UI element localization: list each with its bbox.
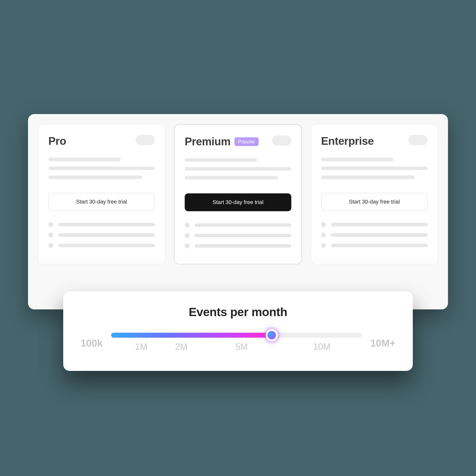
- plan-description-skeleton: [48, 158, 155, 179]
- pricing-panel: Pro Start 30-day free trial Premium Popu…: [28, 114, 448, 309]
- feature-list-skeleton: [48, 222, 155, 248]
- popular-badge: Popular: [235, 137, 259, 146]
- slider-tick: 5M: [235, 342, 248, 352]
- feature-list-skeleton: [185, 223, 291, 248]
- price-pill: [136, 135, 155, 145]
- plan-card-pro: Pro Start 30-day free trial: [38, 124, 165, 265]
- price-pill: [272, 135, 291, 146]
- slider-title: Events per month: [81, 305, 395, 319]
- events-slider-card: Events per month 100k 1M 2M 5M 10M 10M+: [63, 291, 413, 371]
- slider-track[interactable]: [111, 333, 362, 338]
- slider-min-label: 100k: [81, 338, 103, 349]
- slider-fill: [111, 333, 272, 338]
- start-trial-button[interactable]: Start 30-day free trial: [185, 193, 291, 211]
- slider-tick: 2M: [175, 342, 187, 352]
- plan-card-premium: Premium Popular Start 30-day free trial: [174, 124, 302, 265]
- slider-tick: 1M: [135, 342, 147, 352]
- slider-track-wrap: 1M 2M 5M 10M: [111, 333, 362, 354]
- slider-ticks: 1M 2M 5M 10M: [111, 342, 362, 354]
- plan-name: Pro: [48, 135, 66, 147]
- feature-list-skeleton: [321, 222, 428, 248]
- plan-description-skeleton: [185, 158, 291, 179]
- slider-thumb[interactable]: [266, 329, 278, 341]
- slider-max-label: 10M+: [370, 338, 395, 349]
- plan-name: Premium: [185, 135, 231, 148]
- price-pill: [408, 135, 428, 145]
- plan-name: Enterprise: [321, 135, 374, 147]
- slider-tick: 10M: [313, 342, 330, 352]
- plan-description-skeleton: [321, 158, 428, 179]
- start-trial-button[interactable]: Start 30-day free trial: [321, 193, 428, 211]
- plan-card-enterprise: Enterprise Start 30-day free trial: [311, 124, 438, 265]
- start-trial-button[interactable]: Start 30-day free trial: [48, 193, 155, 211]
